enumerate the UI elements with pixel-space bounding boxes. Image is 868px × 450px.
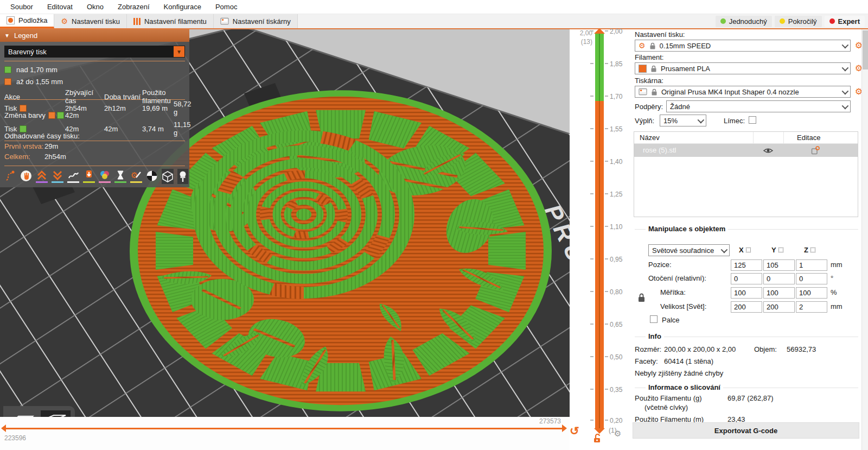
axis-frame-icon bbox=[810, 248, 815, 252]
position-z-input[interactable] bbox=[796, 259, 827, 271]
tab-platter-label: Podložka bbox=[18, 16, 47, 24]
rose-model[interactable] bbox=[130, 90, 552, 411]
preview-view-button[interactable] bbox=[41, 410, 71, 417]
size-x-input[interactable] bbox=[731, 301, 762, 313]
filament-color-swatch bbox=[639, 65, 647, 73]
position-y-input[interactable] bbox=[763, 259, 795, 271]
printer-value: Original Prusa MK4 Input Shaper 0.4 nozz… bbox=[661, 88, 838, 96]
pause-prints-icon[interactable] bbox=[114, 170, 126, 184]
tab-filament-settings[interactable]: Nastavení filamentu bbox=[127, 14, 214, 28]
filament-select[interactable]: Prusament PLA bbox=[635, 62, 851, 74]
tab-printer-settings[interactable]: Nastavení tiskárny bbox=[214, 14, 298, 28]
export-gcode-button[interactable]: Exportovat G-code bbox=[633, 422, 859, 439]
supports-select[interactable]: Žádné bbox=[666, 100, 851, 112]
cube-icon bbox=[10, 413, 36, 417]
chevron-down-icon bbox=[842, 41, 849, 48]
volume-value: 56932,73 bbox=[787, 345, 816, 353]
deretractions-icon[interactable] bbox=[52, 170, 63, 184]
undo-icon[interactable]: ↺ bbox=[570, 424, 579, 438]
legend-view-select[interactable]: Barevný tisk ▼ bbox=[4, 46, 185, 58]
menu-edit[interactable]: Editovat bbox=[40, 0, 80, 14]
menu-view[interactable]: Zobrazení bbox=[111, 0, 157, 14]
legend-view-dropdown-button[interactable]: ▼ bbox=[174, 46, 184, 57]
axis-z-header: Z bbox=[804, 246, 815, 254]
rotation-y-input[interactable] bbox=[763, 273, 795, 284]
rotation-z-input[interactable] bbox=[796, 273, 827, 284]
mode-advanced-label: Pokročilý bbox=[788, 17, 817, 26]
brim-label: Límec: bbox=[724, 117, 745, 125]
expert-dot-icon bbox=[829, 18, 835, 24]
errors-text: Nebyly zjištěny žádné chyby bbox=[635, 369, 723, 377]
divider bbox=[4, 61, 185, 61]
rotation-x-input[interactable] bbox=[731, 273, 762, 284]
mode-advanced[interactable]: Pokročilý bbox=[775, 16, 822, 27]
size-y-input[interactable] bbox=[763, 301, 795, 313]
seams-icon[interactable] bbox=[67, 170, 79, 184]
menu-help[interactable]: Pomoc bbox=[208, 0, 244, 14]
custom-gcodes-icon[interactable]: ⚙ bbox=[130, 170, 142, 184]
scale-z-input[interactable] bbox=[796, 287, 827, 299]
edit-object-icon[interactable] bbox=[811, 146, 820, 155]
layers-icon bbox=[43, 413, 69, 417]
printer-icon bbox=[220, 17, 229, 25]
layer-slider-bottom-handle[interactable] bbox=[594, 428, 605, 434]
menu-window[interactable]: Okno bbox=[80, 0, 111, 14]
unlock-icon[interactable] bbox=[592, 434, 602, 443]
move-slider-track[interactable] bbox=[5, 428, 562, 429]
tabbar: Podložka ⚙ Nastavení tisku Nastavení fil… bbox=[0, 14, 868, 28]
eye-icon[interactable] bbox=[763, 147, 773, 154]
tab-print-settings[interactable]: ⚙ Nastavení tisku bbox=[54, 14, 126, 28]
legend-header[interactable]: ▼ Legend bbox=[0, 29, 189, 42]
tool-changes-icon[interactable] bbox=[83, 170, 95, 184]
menu-file[interactable]: Soubor bbox=[3, 0, 40, 14]
editor-view-button[interactable] bbox=[8, 410, 37, 417]
simple-dot-icon bbox=[720, 18, 726, 24]
move-slider-right-handle[interactable] bbox=[562, 424, 567, 432]
travels-icon[interactable] bbox=[4, 170, 16, 184]
scale-y-input[interactable] bbox=[763, 287, 795, 299]
wipe-icon[interactable] bbox=[20, 170, 32, 184]
orange-swatch bbox=[48, 112, 55, 119]
tab-platter[interactable]: Podložka bbox=[0, 14, 54, 28]
printer-icon bbox=[639, 88, 647, 96]
brim-checkbox[interactable] bbox=[749, 116, 756, 124]
lock-icon bbox=[651, 88, 658, 96]
prusaslicer-window: Soubor Editovat Okno Zobrazení Konfigura… bbox=[0, 0, 868, 450]
object-row[interactable]: rose (5).stl bbox=[634, 144, 858, 157]
view-toggle bbox=[3, 406, 75, 417]
position-row: Pozice: mm bbox=[630, 259, 861, 271]
size-row: Velikost [Svět]: mm bbox=[630, 301, 861, 313]
size-z-input[interactable] bbox=[796, 301, 827, 313]
layer-slider-green-range bbox=[595, 34, 604, 101]
estimate-first-layer: První vrstva:29m bbox=[4, 141, 185, 151]
slider-settings-gear-icon[interactable]: ⚙ bbox=[614, 429, 621, 439]
inches-checkbox[interactable] bbox=[650, 315, 658, 323]
move-slider-left-handle[interactable] bbox=[1, 424, 6, 432]
center-of-mass-icon[interactable] bbox=[146, 170, 158, 184]
scrollbar[interactable] bbox=[861, 29, 868, 450]
mode-simple[interactable]: Jednoduchý bbox=[716, 16, 772, 27]
coordinates-select[interactable]: Světové souřadnice bbox=[648, 244, 730, 256]
scrollbar-thumb[interactable] bbox=[863, 30, 868, 69]
color-changes-icon[interactable] bbox=[99, 170, 111, 184]
move-slider-bar: 273573 223596 bbox=[0, 417, 570, 450]
scale-x-input[interactable] bbox=[731, 287, 762, 299]
col-duration: Doba trvání bbox=[104, 93, 142, 101]
menubar: Soubor Editovat Okno Zobrazení Konfigura… bbox=[0, 0, 868, 14]
menu-configuration[interactable]: Konfigurace bbox=[157, 0, 208, 14]
mode-expert[interactable]: Expert bbox=[825, 16, 865, 27]
legend-range-low-label: až do 1,55 mm bbox=[16, 78, 63, 86]
object-name: rose (5).stl bbox=[643, 146, 676, 154]
chevron-down-icon bbox=[698, 116, 705, 123]
print-settings-select[interactable]: ⚙ 0.15mm SPEED bbox=[635, 40, 851, 52]
tab-print-settings-label: Nastavení tisku bbox=[72, 17, 120, 26]
position-x-input[interactable] bbox=[731, 259, 762, 271]
retractions-icon[interactable] bbox=[36, 170, 48, 184]
pin-icon[interactable] bbox=[177, 169, 188, 184]
printer-select[interactable]: Original Prusa MK4 Input Shaper 0.4 nozz… bbox=[635, 86, 851, 98]
inches-label: Palce bbox=[662, 316, 680, 324]
axis-x-header: X bbox=[739, 246, 751, 254]
size-label: Velikost [Svět]: bbox=[660, 302, 706, 310]
shells-icon[interactable] bbox=[162, 169, 174, 184]
infill-select[interactable]: 15% bbox=[660, 115, 706, 126]
